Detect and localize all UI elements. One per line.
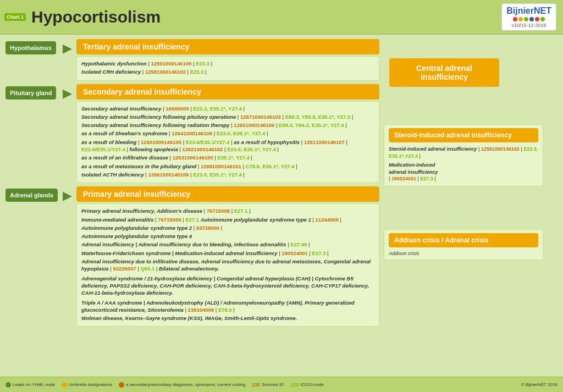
hypothalamus-group: Hypothalamus ▶ Tertiary adrenal insuffic…: [5, 39, 379, 81]
logo-box: BijnierNET v10/15-12-2016: [501, 3, 556, 31]
steroid-section: Steroid-induced adrenal insufficiency St…: [384, 124, 543, 186]
footer-item-1: Leads on YHML node: [5, 382, 55, 388]
addison-section: Addison crisis / Adrenal crisis Addison …: [384, 229, 543, 260]
hypo-detail-1: Hypothalamic dysfunction | 1259100014610…: [81, 60, 374, 67]
central-section: Central adrenal insufficiency: [384, 53, 543, 87]
footer-label-1: Leads on YHML node: [13, 382, 55, 387]
adrenal-label: Adrenal glands: [5, 189, 58, 202]
logo-dot-red2: [535, 17, 539, 21]
footer-label-2: Umbrella designations: [69, 382, 112, 387]
steroid-title: Steroid-induced adrenal insufficiency: [389, 128, 538, 142]
page-title: Hypocortisolism: [31, 8, 161, 26]
right-column: Central adrenal insufficiency Steroid-in…: [384, 39, 543, 380]
tertiary-condition-box: Tertiary adrenal insufficiency: [76, 39, 379, 54]
footer-item-3: a secondary/secondary diagnoses, synonym…: [119, 382, 245, 388]
footer-label-3: a secondary/secondary diagnoses, synonym…: [126, 382, 245, 387]
adrenal-detail-box: Primary adrenal insufficiency, Addison's…: [76, 203, 379, 327]
arrow-adrenal: ▶: [63, 189, 72, 203]
version-text: v10/15-12-2016: [506, 23, 551, 28]
chart-badge: Chart 1: [4, 13, 26, 21]
hypothalamus-condition-wrapper: Tertiary adrenal insufficiency Hypothala…: [76, 39, 379, 81]
footer-item-2: Umbrella designations: [62, 382, 112, 388]
copyright-text: © BijnierNET 2016: [521, 382, 558, 387]
pituitary-detail-box: Secondary adrenal insufficiency | 166850…: [76, 101, 379, 184]
main-content: Hypothalamus ▶ Tertiary adrenal insuffic…: [0, 35, 563, 385]
steroid-detail-2: Medication-inducedadrenal insufficiency …: [389, 162, 538, 183]
secondary-condition-box: Secondary adrenal insufficiency: [76, 84, 379, 100]
pituitary-label: Pituitary gland: [5, 86, 56, 100]
logo-dot-red: [513, 17, 517, 21]
steroid-detail-1: Steroid-induced adrenal insufficiency | …: [389, 146, 538, 159]
hypo-detail-2: Isolated CRH deficiency | 12581000146102…: [81, 68, 374, 75]
footer-icd-label: ICD10-code: [300, 382, 324, 387]
arrow-pituitary: ▶: [63, 86, 72, 101]
addison-detail: Addison crisis: [389, 251, 538, 256]
footer-dot-brown: [119, 382, 124, 388]
logo-dot-orange: [518, 17, 523, 21]
logo-area: BijnierNET v10/15-12-2016: [501, 3, 556, 31]
logo-colors: [506, 17, 551, 21]
footer-bar: Leads on YHML node Umbrella designations…: [0, 377, 563, 392]
steroid-detail: Steroid-induced adrenal insufficiency | …: [389, 146, 538, 183]
addison-title: Addison crisis / Adrenal crisis: [389, 233, 538, 247]
footer-item-5: 123 ICD10-code: [290, 382, 324, 388]
adrenal-group: Adrenal glands ▶ Primary adrenal insuffi…: [5, 186, 379, 327]
logo-dot-green2: [540, 17, 545, 21]
pituitary-condition-wrapper: Secondary adrenal insufficiency Secondar…: [76, 84, 379, 184]
footer-item-4: 235 Snomed ID: [252, 382, 284, 388]
logo-dot-blue: [529, 17, 534, 21]
footer-snomed-label: Snomed ID: [262, 382, 284, 387]
arrow-hypothalamus: ▶: [63, 41, 72, 56]
logo-dot-green: [524, 17, 528, 21]
logo-text: BijnierNET: [506, 6, 551, 16]
footer-dot-green: [5, 382, 11, 388]
footer-dot-orange: [62, 382, 67, 388]
hypothalamus-label: Hypothalamus: [5, 41, 56, 54]
adrenal-condition-wrapper: Primary adrenal insufficiency Primary ad…: [76, 186, 379, 327]
footer-snomed-num: 235: [252, 382, 260, 388]
pituitary-group: Pituitary gland ▶ Secondary adrenal insu…: [5, 84, 379, 184]
left-column: Hypothalamus ▶ Tertiary adrenal insuffic…: [5, 39, 379, 380]
footer-icd-num: 123: [290, 382, 299, 388]
hypothalamus-detail-box: Hypothalamic dysfunction | 1259100014610…: [76, 56, 379, 81]
central-box: Central adrenal insufficiency: [389, 58, 499, 87]
header-bar: Chart 1 Hypocortisolism BijnierNET v10/1…: [0, 0, 563, 35]
footer-copyright: © BijnierNET 2016: [521, 382, 558, 387]
primary-condition-box: Primary adrenal insufficiency: [76, 186, 379, 202]
